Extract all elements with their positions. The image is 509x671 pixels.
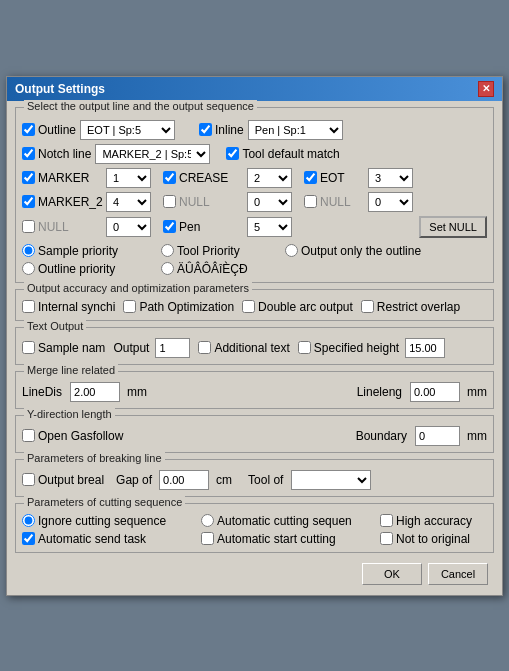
merge-line-section: Merge line related LineDis mm Lineleng m…	[15, 371, 494, 409]
gap-input[interactable]	[159, 470, 209, 490]
null-label-3: NULL	[22, 220, 102, 234]
null-checkbox-1[interactable]	[163, 195, 176, 208]
linedis-input[interactable]	[70, 382, 120, 402]
lineleng-input[interactable]	[410, 382, 460, 402]
tool-default-match-checkbox[interactable]	[226, 147, 239, 160]
tool-default-match-label: Tool default match	[226, 147, 339, 161]
specified-height-label: Specified height	[298, 341, 399, 355]
auto-send-task-checkbox[interactable]	[22, 532, 35, 545]
internal-synchi-checkbox[interactable]	[22, 300, 35, 313]
path-optimization-checkbox[interactable]	[123, 300, 136, 313]
crease-select[interactable]: 213	[247, 168, 292, 188]
cutting-sequence-title: Parameters of cutting sequence	[24, 496, 185, 508]
boundary-label: Boundary	[356, 429, 407, 443]
sample-name-checkbox[interactable]	[22, 341, 35, 354]
null-select-3[interactable]: 0	[106, 217, 151, 237]
merge-line-title: Merge line related	[24, 364, 118, 376]
specified-height-input[interactable]	[405, 338, 445, 358]
special-label: ÄÛÂÔÂîÈÇÐ	[161, 262, 248, 276]
output-label: Output	[113, 341, 149, 355]
y-direction-section: Y-direction length Open Gasfollow Bounda…	[15, 415, 494, 453]
inline-checkbox[interactable]	[199, 123, 212, 136]
radio-row-1: Sample priority Tool Priority Output onl…	[22, 244, 487, 258]
open-gasfollow-checkbox[interactable]	[22, 429, 35, 442]
null-select-2[interactable]: 0	[368, 192, 413, 212]
outline-priority-label: Outline priority	[22, 262, 157, 276]
close-button[interactable]: ✕	[478, 81, 494, 97]
double-arc-checkbox[interactable]	[242, 300, 255, 313]
restrict-overlap-checkbox[interactable]	[361, 300, 374, 313]
auto-send-task-label: Automatic send task	[22, 532, 197, 546]
cutting-sequence-section: Parameters of cutting sequence Ignore cu…	[15, 503, 494, 553]
notchline-select[interactable]: MARKER_2 | Sp:5	[95, 144, 210, 164]
boundary-input[interactable]	[415, 426, 460, 446]
eot-select[interactable]: 312	[368, 168, 413, 188]
null-checkbox-2[interactable]	[304, 195, 317, 208]
pen-checkbox[interactable]	[163, 220, 176, 233]
output-value-input[interactable]	[155, 338, 190, 358]
ignore-cutting-radio[interactable]	[22, 514, 35, 527]
null-checkbox-3[interactable]	[22, 220, 35, 233]
lineleng-label: Lineleng	[357, 385, 402, 399]
eot-checkbox[interactable]	[304, 171, 317, 184]
notchline-checkbox[interactable]	[22, 147, 35, 160]
special-radio[interactable]	[161, 262, 174, 275]
null-pen-row: NULL 0 Pen 51 Set NULL	[22, 216, 487, 238]
not-to-original-checkbox[interactable]	[380, 532, 393, 545]
set-null-button[interactable]: Set NULL	[419, 216, 487, 238]
tool-priority-radio[interactable]	[161, 244, 174, 257]
accuracy-title: Output accuracy and optimization paramet…	[24, 282, 252, 294]
inline-select[interactable]: Pen | Sp:1	[248, 120, 343, 140]
tool-label: Tool of	[248, 473, 283, 487]
outline-priority-radio[interactable]	[22, 262, 35, 275]
y-direction-row: Open Gasfollow Boundary mm	[22, 426, 487, 446]
output-break-checkbox[interactable]	[22, 473, 35, 486]
title-bar: Output Settings ✕	[7, 77, 502, 101]
tool-priority-label: Tool Priority	[161, 244, 281, 258]
ok-button[interactable]: OK	[362, 563, 422, 585]
sample-priority-label: Sample priority	[22, 244, 157, 258]
merge-line-row: LineDis mm Lineleng mm	[22, 382, 487, 402]
restrict-overlap-label: Restrict overlap	[361, 300, 460, 314]
marker2-null-row: MARKER_2 41 NULL 0 NULL	[22, 192, 487, 212]
outline-select[interactable]: EOT | Sp:5	[80, 120, 175, 140]
outline-label: Outline	[22, 123, 76, 137]
double-arc-label: Double arc output	[242, 300, 353, 314]
footer-row: OK Cancel	[15, 559, 494, 587]
notchline-label: Notch line	[22, 147, 91, 161]
outline-inline-row: Outline EOT | Sp:5 Inline Pen | Sp:1	[22, 120, 487, 140]
tool-select[interactable]	[291, 470, 371, 490]
outline-checkbox[interactable]	[22, 123, 35, 136]
output-line-section: Select the output line and the output se…	[15, 107, 494, 283]
accuracy-section: Output accuracy and optimization paramet…	[15, 289, 494, 321]
linedis-unit: mm	[127, 385, 147, 399]
open-gasfollow-label: Open Gasfollow	[22, 429, 123, 443]
additional-text-checkbox[interactable]	[198, 341, 211, 354]
path-optimization-label: Path Optimization	[123, 300, 234, 314]
inline-label: Inline	[199, 123, 244, 137]
additional-text-label: Additional text	[198, 341, 289, 355]
cutting-radio-row-1: Ignore cutting sequence Automatic cuttin…	[22, 514, 487, 528]
accuracy-checkboxes-row: Internal synchi Path Optimization Double…	[22, 300, 487, 314]
output-break-label: Output breal	[22, 473, 104, 487]
crease-checkbox[interactable]	[163, 171, 176, 184]
lineleng-unit: mm	[467, 385, 487, 399]
gap-label: Gap of	[116, 473, 152, 487]
auto-start-cutting-checkbox[interactable]	[201, 532, 214, 545]
auto-cutting-radio[interactable]	[201, 514, 214, 527]
gap-unit: cm	[216, 473, 232, 487]
sample-priority-radio[interactable]	[22, 244, 35, 257]
text-output-row: Sample nam Output Additional text Specif…	[22, 338, 487, 358]
cutting-checkbox-row: Automatic send task Automatic start cutt…	[22, 532, 487, 546]
pen-select[interactable]: 51	[247, 217, 292, 237]
marker2-select[interactable]: 41	[106, 192, 151, 212]
output-only-outline-radio[interactable]	[285, 244, 298, 257]
high-accuracy-checkbox[interactable]	[380, 514, 393, 527]
specified-height-checkbox[interactable]	[298, 341, 311, 354]
cancel-button[interactable]: Cancel	[428, 563, 488, 585]
marker2-label: MARKER_2	[22, 195, 102, 209]
null-select-1[interactable]: 0	[247, 192, 292, 212]
marker-select[interactable]: 123	[106, 168, 151, 188]
marker2-checkbox[interactable]	[22, 195, 35, 208]
marker-checkbox[interactable]	[22, 171, 35, 184]
